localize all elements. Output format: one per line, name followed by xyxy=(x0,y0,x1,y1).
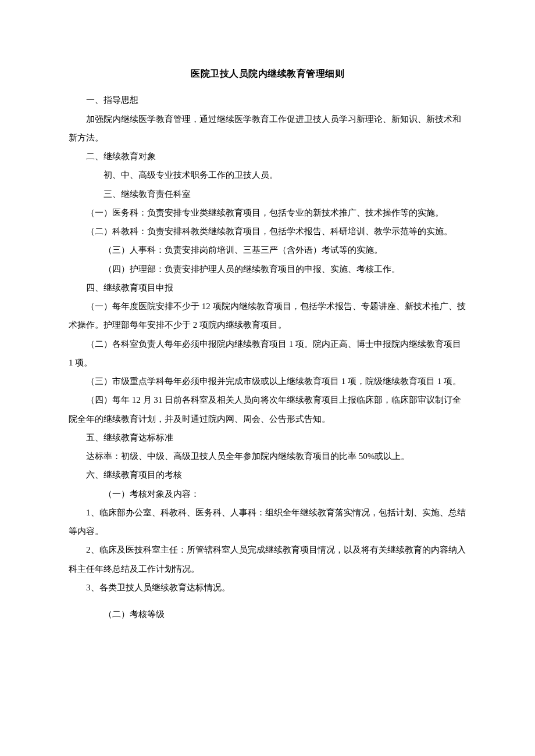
paragraph: （一）每年度医院安排不少于 12 项院内继续教育项目，包括学术报告、专题讲座、新… xyxy=(69,297,466,335)
paragraph: （三）市级重点学科每年必须申报并完成市级或以上继续教育项目 1 项，院级继续教育… xyxy=(69,372,466,390)
paragraph: （二）考核等级 xyxy=(69,605,466,624)
section-heading: 三、继续教育责任科室 xyxy=(69,185,466,203)
paragraph: （二）科教科：负责安排科教类继续教育项目，包括学术报告、科研培训、教学示范等的实… xyxy=(69,222,466,241)
section-heading: 五、继续教育达标标准 xyxy=(69,428,466,447)
paragraph: 3、各类卫技人员继续教育达标情况。 xyxy=(69,578,466,597)
paragraph: （二）各科室负责人每年必须申报院内继续教育项目 1 项。院内正高、博士申报院内继… xyxy=(69,335,466,372)
spacer xyxy=(69,597,466,605)
section-heading: 四、继续教育项目申报 xyxy=(69,278,466,297)
paragraph: （一）医务科：负责安排专业类继续教育项目，包括专业的新技术推广、技术操作等的实施… xyxy=(69,203,466,222)
paragraph: 2、临床及医技科室主任：所管辖科室人员完成继续教育项目情况，以及将有关继续教育的… xyxy=(69,540,466,578)
section-heading: 二、继续教育对象 xyxy=(69,147,466,166)
paragraph: 初、中、高级专业技术职务工作的卫技人员。 xyxy=(69,166,466,184)
document-page: 医院卫技人员院内继续教育管理细则 一、指导思想 加强院内继续医学教育管理，通过继… xyxy=(0,0,535,670)
paragraph: （四）护理部：负责安排护理人员的继续教育项目的申报、实施、考核工作。 xyxy=(69,260,466,278)
document-title: 医院卫技人员院内继续教育管理细则 xyxy=(69,64,466,84)
paragraph: 达标率：初级、中级、高级卫技人员全年参加院内继续教育项目的比率 50%或以上。 xyxy=(69,447,466,465)
paragraph: 1、临床部办公室、科教科、医务科、人事科：组织全年继续教育落实情况，包括计划、实… xyxy=(69,503,466,541)
paragraph: 加强院内继续医学教育管理，通过继续医学教育工作促进卫技人员学习新理论、新知识、新… xyxy=(69,110,466,148)
paragraph: （四）每年 12 月 31 日前各科室及相关人员向将次年继续教育项目上报临床部，… xyxy=(69,390,466,428)
section-heading: 六、继续教育项目的考核 xyxy=(69,465,466,484)
paragraph: （一）考核对象及内容： xyxy=(69,485,466,503)
section-heading: 一、指导思想 xyxy=(69,91,466,109)
paragraph: （三）人事科：负责安排岗前培训、三基三严（含外语）考试等的实施。 xyxy=(69,241,466,259)
